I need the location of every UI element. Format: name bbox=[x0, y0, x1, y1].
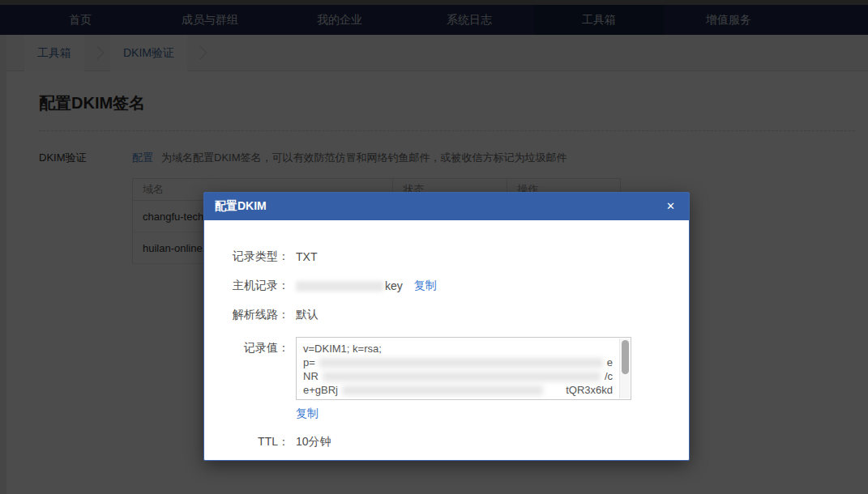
record-value-textarea[interactable]: v=DKIM1; k=rsa; p= e NR /c bbox=[296, 337, 631, 400]
copy-record-value-link[interactable]: 复制 bbox=[296, 407, 319, 419]
redacted-text bbox=[323, 372, 601, 381]
host-record-suffix: key bbox=[385, 279, 403, 292]
dkim-config-modal: 配置DKIM ✕ 记录类型： TXT 主机记录： key 复制 解析线路： 默认 bbox=[203, 192, 690, 461]
record-value-text: e+gBRj bbox=[303, 383, 338, 397]
host-record-label: 主机记录： bbox=[204, 279, 289, 293]
ttl-label: TTL： bbox=[204, 435, 289, 449]
redacted-text bbox=[342, 385, 543, 395]
close-icon[interactable]: ✕ bbox=[663, 193, 678, 220]
record-value-text: /c bbox=[605, 369, 613, 383]
modal-header: 配置DKIM ✕ bbox=[204, 193, 689, 220]
record-value-row: 记录值： v=DKIM1; k=rsa; p= e NR bbox=[204, 337, 689, 400]
record-value-text: p= bbox=[303, 356, 315, 369]
record-type-value: TXT bbox=[296, 250, 317, 263]
record-value-text: v=DKIM1; k=rsa; bbox=[303, 342, 382, 356]
textarea-scrollbar[interactable] bbox=[619, 339, 630, 398]
page: 首页 成员与群组 我的企业 系统日志 工具箱 增值服务 工具箱 DKIM验证 配… bbox=[0, 0, 868, 494]
record-type-label: 记录类型： bbox=[204, 249, 289, 264]
record-value-line: p= e bbox=[303, 356, 613, 369]
record-value-label: 记录值： bbox=[204, 337, 289, 356]
record-value-line: e+gBRj tQR3x6kd bbox=[303, 383, 613, 397]
record-value-field: v=DKIM1; k=rsa; p= e NR /c bbox=[296, 337, 631, 400]
resolution-line-row: 解析线路： 默认 bbox=[204, 308, 689, 322]
ttl-row: TTL： 10分钟 bbox=[204, 435, 689, 449]
ttl-value: 10分钟 bbox=[296, 435, 331, 449]
redacted-text bbox=[296, 281, 383, 292]
record-value-text: tQR3x6kd bbox=[566, 383, 613, 397]
copy-record-value-wrap: 复制 bbox=[296, 407, 689, 421]
redacted-text bbox=[319, 358, 603, 368]
host-record-row: 主机记录： key 复制 bbox=[204, 279, 689, 293]
record-value-text: NR bbox=[303, 369, 319, 383]
scrollbar-thumb[interactable] bbox=[622, 340, 629, 374]
modal-body: 记录类型： TXT 主机记录： key 复制 解析线路： 默认 记录值： bbox=[204, 220, 689, 449]
record-value-text: e bbox=[607, 356, 613, 369]
host-record-value: key 复制 bbox=[296, 279, 437, 293]
record-value-line: NR /c bbox=[303, 369, 613, 383]
copy-host-record-link[interactable]: 复制 bbox=[414, 279, 437, 293]
modal-title: 配置DKIM bbox=[215, 199, 663, 214]
resolution-line-value: 默认 bbox=[296, 308, 319, 322]
resolution-line-label: 解析线路： bbox=[204, 308, 289, 322]
record-value-line: v=DKIM1; k=rsa; bbox=[303, 342, 613, 356]
record-type-row: 记录类型： TXT bbox=[204, 249, 689, 264]
